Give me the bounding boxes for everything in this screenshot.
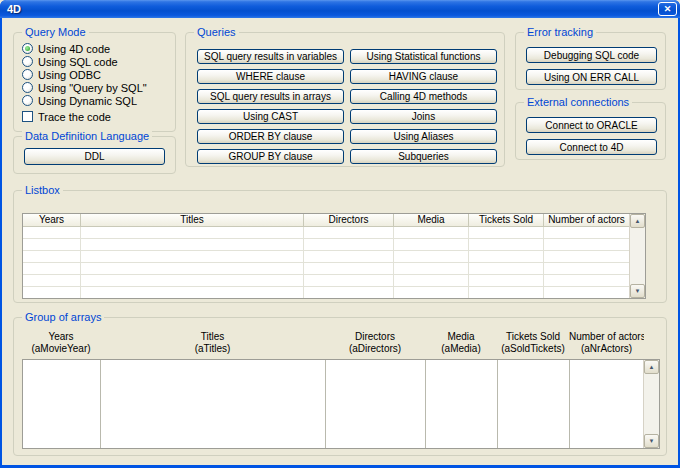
- calling-4d-methods-button[interactable]: Calling 4D methods: [350, 89, 497, 104]
- ddl-button[interactable]: DDL: [24, 148, 165, 165]
- table-cell: [304, 251, 394, 262]
- using-on-err-call-button[interactable]: Using ON ERR CALL: [526, 69, 657, 85]
- listbox-header-directors[interactable]: Directors: [304, 214, 394, 227]
- listbox-header-titles[interactable]: Titles: [81, 214, 304, 227]
- connect-to-oracle-button[interactable]: Connect to ORACLE: [526, 117, 657, 133]
- table-cell: [544, 239, 629, 250]
- array-column-titles[interactable]: [101, 360, 326, 448]
- table-cell: [394, 239, 469, 250]
- table-cell: [23, 263, 81, 274]
- table-cell: [81, 275, 304, 286]
- queries-left-column: SQL query results in variables WHERE cla…: [197, 49, 344, 164]
- arrow-up-icon: ▲: [649, 364, 655, 370]
- listbox-vertical-scrollbar[interactable]: ▲ ▼: [629, 214, 645, 298]
- table-cell: [469, 251, 544, 262]
- array-column-directors[interactable]: [326, 360, 426, 448]
- array-list-area: ▲ ▼: [22, 359, 660, 449]
- data-definition-group: Data Definition Language DDL: [13, 136, 176, 174]
- table-cell: [544, 263, 629, 274]
- table-cell: [23, 227, 81, 238]
- table-cell: [304, 263, 394, 274]
- table-row[interactable]: [23, 287, 629, 298]
- radio-icon[interactable]: [22, 95, 33, 106]
- title-bar[interactable]: 4D ✕: [0, 0, 680, 18]
- listbox-header-number-of-actors[interactable]: Number of actors: [544, 214, 629, 227]
- radio-icon[interactable]: [22, 43, 33, 54]
- arrow-down-icon: ▼: [649, 438, 655, 444]
- arrays-vertical-scrollbar[interactable]: ▲ ▼: [643, 360, 659, 448]
- sql-query-results-in-variables-button[interactable]: SQL query results in variables: [197, 49, 344, 64]
- array-header-var: (aMedia): [425, 343, 497, 355]
- array-column-years[interactable]: [23, 360, 101, 448]
- connect-to-4d-button[interactable]: Connect to 4D: [526, 139, 657, 155]
- array-header-number-of-actors: Number of actors (aNrActors): [569, 331, 644, 355]
- close-button[interactable]: ✕: [658, 2, 677, 16]
- array-column-media[interactable]: [426, 360, 498, 448]
- using-aliases-button[interactable]: Using Aliases: [350, 129, 497, 144]
- using-cast-button[interactable]: Using CAST: [197, 109, 344, 124]
- table-cell: [469, 239, 544, 250]
- checkbox-icon[interactable]: [22, 111, 33, 122]
- listbox-header-years[interactable]: Years: [23, 214, 81, 227]
- array-header-var: (aTitles): [100, 343, 325, 355]
- window-title: 4D: [7, 2, 21, 16]
- subqueries-button[interactable]: Subqueries: [350, 149, 497, 164]
- arrow-down-icon: ▼: [635, 288, 641, 294]
- scrollbar-track[interactable]: [630, 228, 645, 284]
- radio-using-dynamic-sql[interactable]: Using Dynamic SQL: [22, 94, 169, 107]
- having-clause-button[interactable]: HAVING clause: [350, 69, 497, 84]
- queries-group-label: Queries: [194, 26, 239, 39]
- listbox-group: Listbox Years Titles Directors Media Tic…: [13, 190, 667, 303]
- table-cell: [469, 275, 544, 286]
- table-cell: [81, 263, 304, 274]
- scroll-up-button[interactable]: ▲: [630, 214, 645, 228]
- joins-button[interactable]: Joins: [350, 109, 497, 124]
- scrollbar-track[interactable]: [644, 374, 659, 434]
- query-mode-group: Query Mode Using 4D code Using SQL code …: [13, 32, 176, 132]
- table-cell: [304, 275, 394, 286]
- radio-using-odbc[interactable]: Using ODBC: [22, 68, 169, 81]
- arrow-up-icon: ▲: [635, 218, 641, 224]
- radio-using-4d-code[interactable]: Using 4D code: [22, 42, 169, 55]
- scroll-down-button[interactable]: ▼: [630, 284, 645, 298]
- sql-query-results-in-arrays-button[interactable]: SQL query results in arrays: [197, 89, 344, 104]
- radio-label: Using Dynamic SQL: [38, 95, 137, 107]
- radio-label: Using 4D code: [38, 43, 110, 55]
- array-column-number-of-actors[interactable]: [570, 360, 643, 448]
- query-mode-group-label: Query Mode: [22, 26, 89, 39]
- queries-group: Queries SQL query results in variables W…: [185, 32, 505, 167]
- order-by-clause-button[interactable]: ORDER BY clause: [197, 129, 344, 144]
- listbox-header-tickets-sold[interactable]: Tickets Sold: [469, 214, 544, 227]
- table-row[interactable]: [23, 251, 629, 263]
- scroll-down-button[interactable]: ▼: [644, 434, 659, 448]
- table-row[interactable]: [23, 239, 629, 251]
- radio-using-query-by-sql[interactable]: Using "Query by SQL": [22, 81, 169, 94]
- table-row[interactable]: [23, 263, 629, 275]
- radio-label: Using "Query by SQL": [38, 82, 147, 94]
- radio-icon[interactable]: [22, 69, 33, 80]
- radio-icon[interactable]: [22, 82, 33, 93]
- trace-the-code-checkbox[interactable]: Trace the code: [22, 110, 169, 123]
- array-header-var: (aDirectors): [325, 343, 425, 355]
- array-header-title: Years: [22, 331, 100, 343]
- radio-icon[interactable]: [22, 56, 33, 67]
- array-column-tickets-sold[interactable]: [498, 360, 570, 448]
- listbox-header-media[interactable]: Media: [394, 214, 469, 227]
- scroll-up-button[interactable]: ▲: [644, 360, 659, 374]
- table-cell: [394, 287, 469, 298]
- query-mode-options: Using 4D code Using SQL code Using ODBC …: [22, 42, 169, 123]
- table-cell: [304, 227, 394, 238]
- table-row[interactable]: [23, 275, 629, 287]
- where-clause-button[interactable]: WHERE clause: [197, 69, 344, 84]
- array-header-years: Years (aMovieYear): [22, 331, 100, 355]
- debugging-sql-code-button[interactable]: Debugging SQL code: [526, 47, 657, 63]
- using-statistical-functions-button[interactable]: Using Statistical functions: [350, 49, 497, 64]
- table-row[interactable]: [23, 227, 629, 239]
- table-cell: [81, 227, 304, 238]
- radio-using-sql-code[interactable]: Using SQL code: [22, 55, 169, 68]
- table-cell: [394, 251, 469, 262]
- group-by-clause-button[interactable]: GROUP BY clause: [197, 149, 344, 164]
- close-icon: ✕: [664, 4, 672, 14]
- array-header-var: (aNrActors): [569, 343, 644, 355]
- table-cell: [544, 227, 629, 238]
